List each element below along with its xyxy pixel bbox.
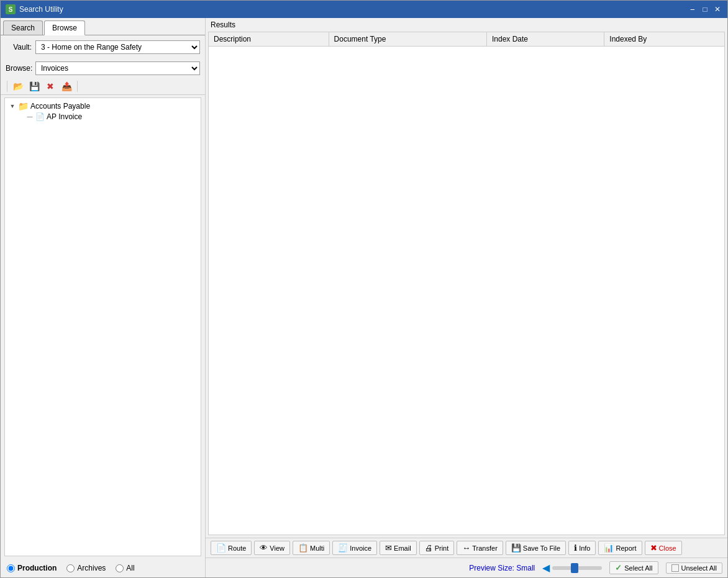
doc-icon: 📄	[35, 112, 45, 121]
results-table: Description Document Type Index Date Ind…	[209, 32, 724, 47]
save-to-file-button[interactable]: 💾 Save To File	[506, 541, 566, 555]
radio-row: Production Archives All	[1, 559, 205, 577]
tab-bar: Search Browse	[1, 18, 205, 35]
tree-root-item[interactable]: ▼ 📁 Accounts Payable	[7, 101, 198, 112]
col-document-type[interactable]: Document Type	[329, 32, 486, 47]
preview-size-label: Preview Size: Small	[469, 564, 535, 572]
radio-production[interactable]: Production	[7, 564, 57, 572]
browse-select[interactable]: Invoices	[35, 61, 200, 75]
multi-icon: 📋	[298, 543, 308, 553]
report-icon: 📊	[604, 543, 614, 553]
col-description[interactable]: Description	[209, 32, 329, 47]
browse-toolbar: 📂 💾 ✖ 📤	[1, 78, 205, 95]
table-header: Description Document Type Index Date Ind…	[209, 32, 724, 47]
slider-track[interactable]	[552, 566, 602, 570]
route-button[interactable]: 📄 Route	[211, 541, 252, 555]
close-window-button[interactable]: ✕	[712, 4, 722, 14]
tree-area: ▼ 📁 Accounts Payable — 📄 AP Invoice	[4, 97, 201, 556]
unselect-checkbox-icon	[671, 564, 679, 572]
delete-icon[interactable]: ✖	[43, 79, 57, 93]
tree-child-expander: —	[26, 113, 34, 120]
route-icon: 📄	[216, 543, 226, 553]
minimize-button[interactable]: ‒	[688, 4, 698, 14]
close-icon: ✖	[650, 543, 657, 553]
info-button[interactable]: ℹ Info	[568, 541, 596, 555]
tab-search[interactable]: Search	[3, 20, 43, 35]
col-index-date[interactable]: Index Date	[486, 32, 604, 47]
report-button[interactable]: 📊 Report	[598, 541, 642, 555]
folder-icon: 📁	[18, 101, 29, 111]
view-icon: 👁	[260, 543, 268, 553]
save-icon[interactable]: 💾	[27, 79, 41, 93]
multi-button[interactable]: 📋 Multi	[293, 541, 330, 555]
print-icon: 🖨	[425, 543, 433, 553]
table-header-row: Description Document Type Index Date Ind…	[209, 32, 724, 47]
slider-left-arrow[interactable]: ◀	[542, 562, 550, 574]
export-icon[interactable]: 📤	[60, 79, 73, 93]
slider-thumb[interactable]	[571, 563, 578, 573]
tree-child-label: AP Invoice	[47, 112, 82, 121]
results-label: Results	[206, 18, 727, 32]
close-button[interactable]: ✖ Close	[645, 541, 682, 555]
invoice-icon: 🧾	[338, 543, 348, 553]
check-icon: ✓	[615, 563, 622, 572]
title-bar: S Search Utility ‒ □ ✕	[1, 1, 727, 18]
transfer-icon: ↔	[462, 543, 470, 553]
preview-size-value: Small	[516, 564, 535, 572]
unselect-all-button[interactable]: Unselect All	[666, 562, 722, 574]
left-panel: Search Browse Vault: 3 - Home on the Ran…	[1, 18, 206, 577]
main-window: S Search Utility ‒ □ ✕ Search Browse Vau…	[0, 0, 728, 578]
status-bar: Preview Size: Small ◀ ✓ Select All Uns	[206, 558, 727, 577]
tree-child-item[interactable]: — 📄 AP Invoice	[25, 112, 198, 122]
preview-slider[interactable]: ◀	[542, 562, 602, 574]
col-indexed-by[interactable]: Indexed By	[604, 32, 724, 47]
maximize-button[interactable]: □	[700, 4, 710, 14]
toolbar-separator-right	[77, 81, 78, 92]
right-panel: Results Description Document Type Index …	[206, 18, 727, 577]
invoice-button[interactable]: 🧾 Invoice	[332, 541, 377, 555]
select-all-button[interactable]: ✓ Select All	[609, 561, 658, 574]
email-icon: ✉	[385, 543, 392, 553]
main-content: Search Browse Vault: 3 - Home on the Ran…	[1, 18, 727, 577]
vault-row: Vault: 3 - Home on the Range Safety	[1, 38, 205, 56]
radio-archives[interactable]: Archives	[66, 564, 106, 572]
radio-all[interactable]: All	[116, 564, 134, 572]
tab-browse[interactable]: Browse	[44, 20, 85, 35]
email-button[interactable]: ✉ Email	[380, 541, 417, 555]
tree-root-label: Accounts Payable	[30, 102, 90, 111]
vault-label: Vault:	[6, 43, 32, 52]
view-button[interactable]: 👁 View	[254, 541, 290, 555]
open-icon[interactable]: 📂	[11, 79, 25, 93]
transfer-button[interactable]: ↔ Transfer	[457, 541, 503, 555]
tree-child-area: — 📄 AP Invoice	[7, 112, 198, 122]
app-icon: S	[6, 4, 16, 14]
print-button[interactable]: 🖨 Print	[419, 541, 455, 555]
results-table-container[interactable]: Description Document Type Index Date Ind…	[208, 32, 725, 535]
browse-label: Browse:	[6, 64, 32, 73]
window-title: Search Utility	[19, 5, 63, 14]
browse-row: Browse: Invoices	[1, 59, 205, 78]
save-to-file-icon: 💾	[511, 543, 521, 553]
tree-expander[interactable]: ▼	[9, 102, 16, 110]
action-bar: 📄 Route 👁 View 📋 Multi 🧾 Invoice ✉	[206, 538, 727, 558]
info-icon: ℹ	[574, 543, 577, 553]
vault-select[interactable]: 3 - Home on the Range Safety	[35, 40, 200, 54]
toolbar-separator-left	[7, 81, 7, 92]
